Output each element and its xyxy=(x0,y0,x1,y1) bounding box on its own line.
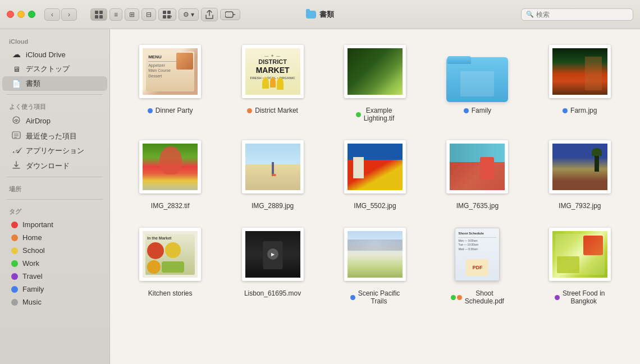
file-tag-dot xyxy=(464,108,469,113)
window-title: 書類 xyxy=(306,10,334,20)
sidebar-item-tag-family[interactable]: Family xyxy=(2,283,107,296)
main-area: iCloud ☁ iCloud Drive 🖥 デスクトップ 📄 書類 よく使う… xyxy=(0,29,640,364)
file-thumbnail xyxy=(339,40,412,102)
search-input[interactable] xyxy=(536,11,628,19)
svg-rect-4 xyxy=(163,11,166,14)
file-label: Dinner Party xyxy=(148,107,193,114)
sidebar-item-tag-school[interactable]: School xyxy=(2,244,107,257)
list-item[interactable]: In the Market Kitchen stories xyxy=(124,223,217,305)
content-area: MENU Appetizer Main Course Dessert Dinne… xyxy=(110,29,640,364)
file-label: IMG_7932.jpg xyxy=(559,202,601,210)
svg-rect-9 xyxy=(225,12,233,17)
titlebar: ‹ › ≡ ⊞ ⊟ ▾ ⚙ ▾ xyxy=(0,0,640,29)
airdrop-icon xyxy=(11,116,21,126)
file-thumbnail: ▶ xyxy=(236,223,309,285)
svg-point-12 xyxy=(16,121,17,122)
recents-icon xyxy=(11,131,21,141)
file-thumbnail xyxy=(441,40,514,102)
file-tag-dot xyxy=(555,295,560,300)
file-tag-dot xyxy=(148,108,153,113)
file-label: Kitchen stories xyxy=(148,289,193,297)
sidebar-item-recents[interactable]: 最近使った項目 xyxy=(2,128,107,144)
file-thumbnail xyxy=(543,223,616,285)
file-thumbnail xyxy=(339,223,412,285)
action-button[interactable]: ⚙ ▾ xyxy=(179,8,199,21)
important-tag-dot xyxy=(11,222,18,228)
share-button[interactable] xyxy=(201,8,218,21)
view-columns-button[interactable]: ⊞ xyxy=(125,8,139,21)
svg-text:▾: ▾ xyxy=(171,14,172,19)
work-tag-dot xyxy=(11,260,18,267)
sidebar-item-tag-travel[interactable]: Travel xyxy=(2,270,107,283)
close-button[interactable] xyxy=(7,11,14,18)
view-icons-button[interactable] xyxy=(90,8,107,21)
view-cover-button[interactable]: ⊟ xyxy=(141,8,156,21)
back-button[interactable]: ‹ xyxy=(44,8,60,21)
sidebar-item-downloads[interactable]: ダウンロード xyxy=(2,158,107,173)
sidebar-divider-3 xyxy=(7,199,103,200)
tag-button[interactable] xyxy=(220,9,240,20)
file-label: IMG_5502.jpg xyxy=(354,202,396,210)
file-thumbnail: In the Market xyxy=(134,223,207,285)
file-label: IMG_2889.jpg xyxy=(252,202,294,210)
places-section-title: 場所 xyxy=(0,181,109,196)
file-tag-dot xyxy=(563,108,568,113)
file-thumbnail: Shoot Schedule Mon — 9:00am Tue — 10:00a… xyxy=(441,223,514,285)
traffic-lights xyxy=(7,11,35,18)
list-item[interactable]: ExampleLighting.tif xyxy=(328,40,422,122)
sidebar-item-applications[interactable]: 𝒜 アプリケーション xyxy=(2,144,107,158)
list-item[interactable]: IMG_5502.jpg xyxy=(328,136,422,210)
view-group-button[interactable]: ▾ xyxy=(158,8,176,21)
school-tag-dot xyxy=(11,247,18,254)
family-tag-dot xyxy=(11,286,18,293)
file-label: ExampleLighting.tif xyxy=(356,107,395,122)
file-label: Scenic PacificTrails xyxy=(350,289,400,305)
list-item[interactable]: IMG_7635.jpg xyxy=(431,136,524,210)
music-tag-dot xyxy=(11,299,18,306)
list-item[interactable]: IMG_7932.jpg xyxy=(533,136,627,210)
file-thumbnail: MENU Appetizer Main Course Dessert xyxy=(134,40,207,102)
icloud-drive-icon: ☁ xyxy=(11,49,21,59)
sidebar-item-tag-important[interactable]: Important xyxy=(2,218,107,231)
list-item[interactable]: Shoot Schedule Mon — 9:00am Tue — 10:00a… xyxy=(431,223,524,305)
sidebar-item-documents[interactable]: 📄 書類 xyxy=(2,76,107,91)
sidebar-item-tag-music[interactable]: Music xyxy=(2,296,107,308)
file-thumbnail xyxy=(543,136,616,197)
file-tag-dot xyxy=(247,108,252,113)
file-thumbnail: — ✦ — DISTRICT MARKET FRESH • LOCAL • OR… xyxy=(236,40,309,102)
view-list-button[interactable]: ≡ xyxy=(109,8,122,21)
list-item[interactable]: Farm.jpg xyxy=(533,40,627,122)
nav-buttons: ‹ › xyxy=(44,8,77,21)
sidebar-item-tag-work[interactable]: Work xyxy=(2,257,107,270)
list-item[interactable]: Family xyxy=(431,40,524,122)
list-item[interactable]: IMG_2889.jpg xyxy=(226,136,319,210)
icloud-section-title: iCloud xyxy=(0,34,109,47)
sidebar-item-desktop[interactable]: 🖥 デスクトップ xyxy=(2,62,107,76)
search-box[interactable]: 🔍 xyxy=(521,8,633,21)
home-tag-dot xyxy=(11,234,18,241)
list-item[interactable]: Scenic PacificTrails xyxy=(328,223,422,305)
maximize-button[interactable] xyxy=(28,11,35,18)
file-label: IMG_7635.jpg xyxy=(456,202,499,210)
svg-rect-2 xyxy=(95,15,98,19)
sidebar-item-icloud-drive[interactable]: ☁ iCloud Drive xyxy=(2,47,107,62)
forward-button[interactable]: › xyxy=(61,8,77,21)
list-item[interactable]: — ✦ — DISTRICT MARKET FRESH • LOCAL • OR… xyxy=(226,40,319,122)
title-folder-icon xyxy=(306,11,316,19)
file-tag-dot xyxy=(356,112,361,117)
travel-tag-dot xyxy=(11,273,18,280)
list-item[interactable]: Street Food inBangkok xyxy=(533,223,627,305)
list-item[interactable]: ▶ Lisbon_61695.mov xyxy=(226,223,319,305)
list-item[interactable]: IMG_2832.tif xyxy=(124,136,217,210)
list-item[interactable]: MENU Appetizer Main Course Dessert Dinne… xyxy=(124,40,217,122)
svg-point-11 xyxy=(13,117,20,123)
file-label: ShootSchedule.pdf xyxy=(451,289,504,305)
sidebar-item-airdrop[interactable]: AirDrop xyxy=(2,113,107,128)
sidebar-item-tag-home[interactable]: Home xyxy=(2,231,107,244)
file-thumbnail xyxy=(236,136,309,197)
sidebar-divider-2 xyxy=(7,177,103,177)
file-label: Lisbon_61695.mov xyxy=(244,289,301,297)
svg-rect-1 xyxy=(99,11,103,14)
downloads-icon xyxy=(11,160,21,171)
minimize-button[interactable] xyxy=(17,11,25,18)
